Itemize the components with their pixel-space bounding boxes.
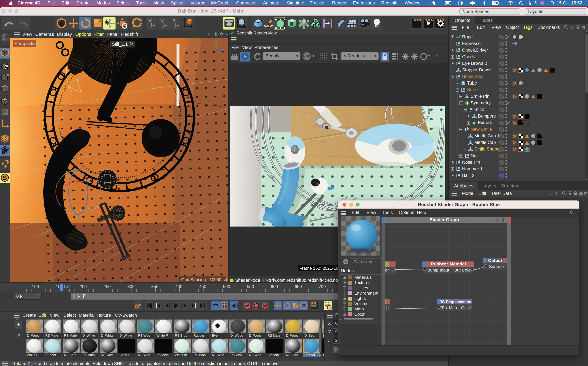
svg-text:Perspective: Perspective [15,41,38,46]
svg-text:S: S [3,175,7,181]
svg-text:Z: Z [222,48,225,52]
svg-text:Grid Spacing : 10000 cm: Grid Spacing : 10000 cm [181,277,228,282]
svg-text:X: X [148,18,152,24]
svg-text:P: P [302,303,306,309]
svg-text:Still_1.1: Still_1.1 [112,42,128,47]
svg-text:Z: Z [172,18,176,24]
svg-text:Y: Y [160,18,164,24]
svg-text:Y: Y [214,38,217,44]
